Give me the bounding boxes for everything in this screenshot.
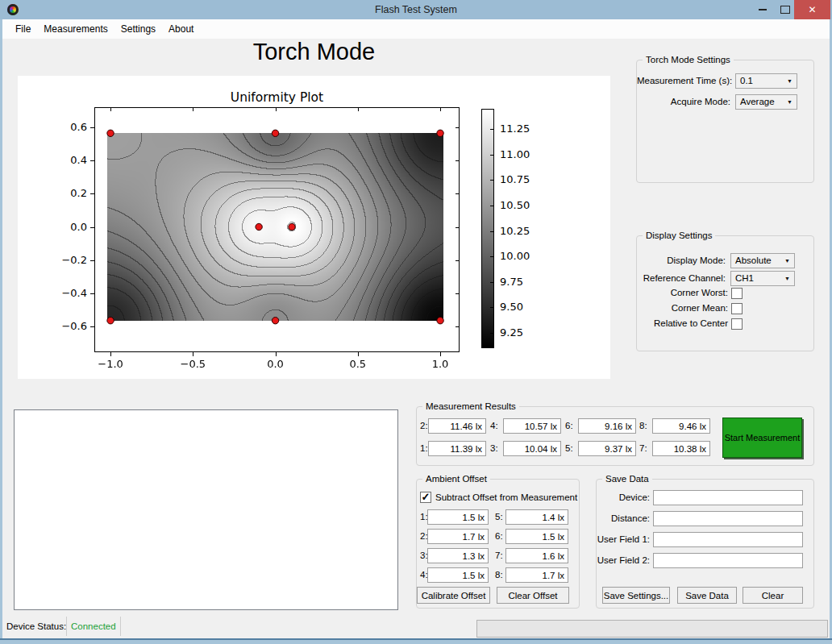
display-settings-title: Display Settings	[643, 230, 715, 242]
result-value-field[interactable]	[503, 441, 561, 456]
result-channel-label: 6:	[565, 418, 575, 434]
close-icon: ✕	[808, 4, 816, 15]
save-field-label: User Field 2:	[597, 553, 650, 568]
subtract-offset-label: Subtract Offset from Measurement	[435, 490, 577, 505]
torch-mode-settings-group: Torch Mode Settings Measurement Time (s)…	[636, 60, 814, 183]
offset-value-field[interactable]	[427, 529, 489, 544]
chevron-down-icon: ▼	[784, 255, 790, 268]
menu-item-measurements[interactable]: Measurements	[37, 19, 114, 39]
offset-channel-label: 7:	[495, 548, 505, 563]
save-field-input[interactable]	[653, 532, 803, 547]
log-listbox[interactable]	[14, 409, 398, 610]
close-button[interactable]: ✕	[794, 0, 830, 19]
display-checkbox[interactable]	[731, 303, 743, 314]
status-separator	[120, 617, 121, 636]
result-channel-label: 4:	[490, 418, 500, 434]
display-checkbox[interactable]	[731, 288, 743, 299]
start-measurement-button[interactable]: Start Measurement	[722, 418, 802, 458]
chevron-down-icon: ▼	[784, 272, 790, 285]
display-settings-group: Display Settings Display Mode: Absolute …	[636, 235, 814, 351]
maximize-icon	[780, 6, 790, 14]
result-value-field[interactable]	[652, 441, 710, 456]
result-channel-label: 5:	[565, 441, 575, 456]
save-data-group: Save Data Save Settings... Save Data Cle…	[596, 479, 814, 609]
menu-item-about[interactable]: About	[162, 19, 200, 39]
menu-bar: FileMeasurementsSettingsAbout	[2, 19, 830, 39]
save-data-title: Save Data	[602, 473, 652, 485]
minimize-icon	[759, 9, 767, 10]
display-checkbox[interactable]	[731, 318, 743, 330]
reference-channel-value: CH1	[735, 272, 754, 285]
offset-value-field[interactable]	[505, 509, 568, 525]
window-border-left	[0, 19, 2, 644]
ambient-offset-group: Ambient Offset ✓ Subtract Offset from Me…	[416, 479, 580, 609]
ambient-offset-title: Ambient Offset	[422, 473, 490, 485]
device-status-label: Device Status:	[6, 619, 66, 634]
result-value-field[interactable]	[428, 441, 486, 456]
save-field-label: User Field 1:	[597, 532, 650, 547]
offset-value-field[interactable]	[505, 529, 568, 544]
chevron-down-icon: ▼	[787, 96, 792, 109]
result-channel-label: 7:	[639, 441, 649, 456]
result-channel-label: 8:	[639, 418, 649, 434]
offset-value-field[interactable]	[427, 567, 489, 583]
save-field-input[interactable]	[653, 553, 803, 568]
result-value-field[interactable]	[428, 418, 486, 434]
window-title: Flash Test System	[0, 0, 832, 19]
clear-button[interactable]: Clear	[743, 587, 803, 604]
acquire-mode-value: Average	[740, 95, 775, 109]
result-value-field[interactable]	[503, 418, 561, 434]
device-status-value: Connected	[71, 619, 116, 634]
clear-offset-button[interactable]: Clear Offset	[497, 587, 569, 604]
save-data-button[interactable]: Save Data	[677, 587, 737, 604]
page-title: Torch Mode	[18, 39, 610, 65]
measurement-time-value: 0.1	[740, 74, 753, 88]
subtract-offset-checkbox[interactable]: ✓	[420, 492, 431, 503]
result-value-field[interactable]	[578, 441, 636, 456]
menu-item-settings[interactable]: Settings	[114, 19, 162, 39]
offset-value-field[interactable]	[427, 509, 489, 525]
save-settings-button[interactable]: Save Settings...	[602, 587, 670, 604]
offset-channel-label: 6:	[495, 529, 505, 544]
display-mode-dropdown[interactable]: Absolute ▼	[730, 253, 795, 268]
save-field-input[interactable]	[653, 511, 803, 526]
measurement-results-group: Measurement Results Start Measurement 2:…	[416, 406, 814, 466]
result-channel-label: 3:	[490, 441, 500, 456]
save-field-label: Distance:	[597, 511, 650, 526]
minimize-button[interactable]	[751, 0, 774, 19]
result-value-field[interactable]	[652, 418, 710, 434]
torch-mode-settings-title: Torch Mode Settings	[643, 54, 734, 66]
measurement-time-label: Measurement Time (s):	[637, 73, 730, 89]
chevron-down-icon: ▼	[787, 75, 792, 88]
offset-value-field[interactable]	[505, 548, 568, 563]
offset-value-field[interactable]	[505, 567, 568, 583]
display-checkbox-label: Relative to Center	[637, 316, 728, 331]
measurement-results-title: Measurement Results	[422, 401, 519, 413]
save-field-label: Device:	[597, 490, 650, 505]
menu-item-file[interactable]: File	[9, 19, 37, 39]
display-mode-label: Display Mode:	[637, 253, 726, 268]
window-border-bottom	[0, 638, 832, 644]
display-checkbox-label: Corner Worst:	[637, 285, 728, 301]
save-field-input[interactable]	[653, 490, 803, 505]
progress-bar	[476, 620, 828, 638]
plot-card	[18, 76, 610, 379]
reference-channel-dropdown[interactable]: CH1 ▼	[730, 271, 795, 286]
status-separator	[66, 617, 67, 636]
display-mode-value: Absolute	[735, 254, 772, 268]
app-window: Flash Test System ✕ FileMeasurementsSett…	[0, 0, 832, 644]
reference-channel-label: Reference Channel:	[637, 271, 726, 286]
maximize-button[interactable]	[774, 0, 797, 19]
calibrate-offset-button[interactable]: Calibrate Offset	[417, 587, 490, 604]
offset-channel-label: 8:	[495, 567, 505, 583]
title-bar: Flash Test System ✕	[0, 0, 832, 19]
offset-channel-label: 5:	[495, 509, 505, 525]
result-value-field[interactable]	[578, 418, 636, 434]
offset-value-field[interactable]	[427, 548, 489, 563]
display-checkbox-label: Corner Mean:	[637, 301, 728, 316]
acquire-mode-label: Acquire Mode:	[637, 94, 730, 110]
acquire-mode-dropdown[interactable]: Average ▼	[735, 94, 797, 110]
measurement-time-dropdown[interactable]: 0.1 ▼	[735, 73, 797, 89]
